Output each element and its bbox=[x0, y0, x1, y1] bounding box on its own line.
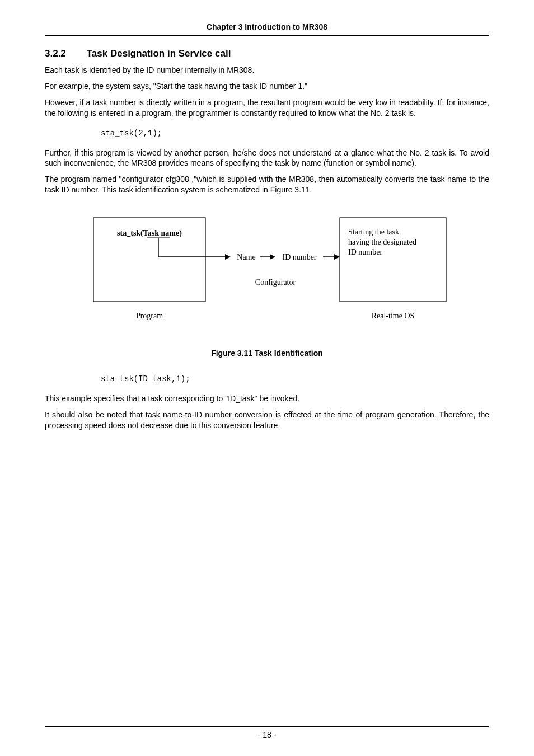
arrow-to-name-head bbox=[225, 254, 231, 260]
figure-3-11: sta_tsk(Task name) Name ID number Config… bbox=[45, 212, 489, 335]
page-number: - 18 - bbox=[258, 730, 277, 739]
arrow-to-rtos-head bbox=[334, 254, 340, 260]
program-label: Program bbox=[136, 312, 163, 320]
rtos-box-line3: ID number bbox=[348, 248, 382, 256]
section-heading: 3.2.2 Task Designation in Service call bbox=[45, 48, 489, 59]
paragraph-5: The program named "configurator cfg308 ,… bbox=[45, 174, 489, 195]
page-footer: - 18 - bbox=[45, 726, 489, 739]
code-example-2: sta_tsk(ID_task,1); bbox=[101, 374, 489, 383]
rtos-box-line1: Starting the task bbox=[348, 228, 399, 236]
arrow-name-to-id-head bbox=[270, 254, 275, 260]
configurator-label: Configurator bbox=[255, 278, 296, 287]
paragraph-3: However, if a task number is directly wr… bbox=[45, 97, 489, 119]
rtos-box-line2: having the designated bbox=[348, 238, 416, 246]
paragraph-7: It should also be noted that task name-t… bbox=[45, 410, 489, 431]
section-number: 3.2.2 bbox=[45, 48, 84, 59]
figure-caption: Figure 3.11 Task Identification bbox=[45, 349, 489, 358]
figure-diagram: sta_tsk(Task name) Name ID number Config… bbox=[82, 212, 452, 335]
id-number-label: ID number bbox=[282, 253, 316, 261]
name-label: Name bbox=[237, 253, 255, 261]
paragraph-4: Further, if this program is viewed by an… bbox=[45, 148, 489, 169]
code-example-1: sta_tsk(2,1); bbox=[101, 129, 489, 138]
paragraph-2: For example, the system says, "Start the… bbox=[45, 81, 489, 92]
rtos-label: Real-time OS bbox=[372, 312, 415, 320]
paragraph-6: This example specifies that a task corre… bbox=[45, 393, 489, 404]
program-box-text: sta_tsk(Task name) bbox=[117, 229, 182, 238]
paragraph-1: Each task is identified by the ID number… bbox=[45, 65, 489, 76]
chapter-header: Chapter 3 Introduction to MR308 bbox=[45, 22, 489, 36]
section-title: Task Designation in Service call bbox=[87, 48, 231, 59]
